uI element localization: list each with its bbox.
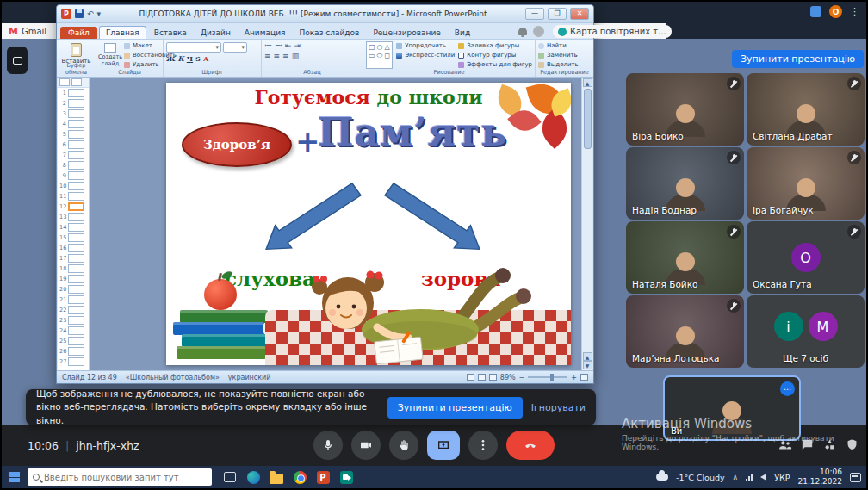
slide-thumbnail[interactable]: 23	[58, 315, 89, 326]
paste-button[interactable]: Вставить	[59, 41, 93, 65]
sorter-view-icon[interactable]	[478, 374, 486, 381]
weather-text[interactable]: -1°C Cloudy	[676, 473, 725, 482]
tab-home[interactable]: Главная	[99, 26, 146, 39]
taskbar-clock[interactable]: 10:06 21.12.2022	[797, 468, 842, 487]
slide-thumbnail[interactable]: 18	[58, 264, 89, 274]
align-right-button[interactable]: ≡	[282, 52, 289, 60]
slide-thumbnail[interactable]: 27	[58, 357, 89, 367]
strike-button[interactable]: S	[195, 54, 201, 63]
participant-tile[interactable]: Мар’яна Лотоцька	[626, 295, 744, 368]
slide-thumbnail[interactable]: 17	[58, 253, 89, 264]
taskbar-search[interactable]	[28, 468, 212, 486]
zoom-in-icon[interactable]: +	[571, 374, 577, 381]
tab-design[interactable]: Дизайн	[195, 27, 237, 39]
shape-effects-button[interactable]: Эффекты для фигур	[458, 60, 532, 70]
slide-thumbnail[interactable]: 3	[58, 109, 89, 119]
participant-tile[interactable]: Віра Бойко	[626, 73, 744, 146]
minimize-button[interactable]: —	[525, 8, 544, 20]
volume-icon[interactable]	[760, 474, 766, 481]
presenting-button[interactable]	[427, 431, 460, 460]
slide-thumbnail[interactable]: 19	[58, 274, 89, 284]
select-button[interactable]: Выделить	[538, 60, 591, 70]
microphone-button[interactable]	[313, 431, 343, 460]
slide-thumbnail[interactable]: 11	[58, 191, 89, 202]
scroll-up-icon[interactable]: ▲	[583, 78, 592, 87]
tray-expand-icon[interactable]: ∧	[733, 473, 739, 481]
maximize-button[interactable]: ❐	[548, 8, 567, 20]
undo-icon[interactable]: ↶	[87, 9, 94, 18]
start-button[interactable]	[2, 466, 28, 488]
more-options-button[interactable]	[468, 431, 498, 460]
bookmark-gmail[interactable]: Gmail	[22, 27, 46, 36]
normal-view-icon[interactable]	[467, 374, 474, 381]
more-participants-tile[interactable]: і М Ще 7 осіб	[747, 295, 865, 368]
bold-button[interactable]: Ж	[166, 54, 176, 63]
shape-fill-button[interactable]: Заливка фигуры	[458, 41, 532, 51]
find-button[interactable]: Найти	[538, 41, 591, 51]
edge-icon[interactable]	[245, 469, 261, 485]
outline-tab[interactable]	[71, 78, 82, 86]
bullets-button[interactable]: ≔	[264, 41, 272, 50]
chrome-icon[interactable]	[292, 469, 307, 485]
tab-insert[interactable]: Вставка	[148, 27, 193, 39]
prev-slide-icon[interactable]: ▲	[583, 352, 592, 361]
slide-thumbnail[interactable]: 5	[58, 129, 89, 140]
scrollbar-thumb[interactable]	[584, 89, 592, 149]
shapes-gallery[interactable]: □○△▽◇☆⇨▭⬭◻○△◇	[366, 41, 393, 69]
zoom-out-icon[interactable]: −	[519, 374, 525, 381]
tab-animation[interactable]: Анимация	[239, 27, 292, 39]
ppt-title-bar[interactable]: P ↶ ▾ ПІДГОТОВКА ДІТЕЙ ДО ШКОЛИ ВЕБ..!!!…	[57, 5, 593, 23]
close-button[interactable]: ✕	[570, 8, 589, 20]
browser-menu-icon[interactable]: ⋮	[850, 6, 859, 17]
slide-thumbnail[interactable]: 13	[58, 212, 89, 222]
search-input[interactable]	[44, 473, 190, 482]
chat-icon[interactable]	[800, 437, 815, 452]
extension-icon[interactable]	[810, 6, 822, 17]
participant-tile[interactable]: Світлана Драбат	[747, 73, 865, 146]
slide-editor[interactable]: Готуємося до школи Здоров’я + Пам’ять сл…	[90, 78, 582, 370]
camera-button[interactable]	[351, 431, 381, 460]
columns-button[interactable]: ▥	[292, 52, 300, 60]
self-view-tile[interactable]: Ви ⋯	[663, 375, 801, 441]
slide-thumbnail[interactable]: 8	[58, 160, 89, 171]
quick-styles-button[interactable]: Экспресс-стили	[396, 51, 455, 60]
align-left-button[interactable]: ≡	[264, 52, 271, 60]
profile-avatar[interactable]: О	[829, 5, 842, 18]
slide-thumbnail[interactable]: 15	[58, 233, 89, 243]
activities-icon[interactable]	[822, 437, 837, 452]
participant-tile[interactable]: Надія Боднар	[626, 147, 744, 220]
floating-toolbar[interactable]	[7, 47, 28, 74]
participant-tile[interactable]: Іра Богайчук	[747, 147, 865, 220]
font-size-combo[interactable]: ▾	[223, 42, 247, 53]
slide-thumbnail[interactable]: 22	[58, 305, 89, 315]
slide-thumbnail[interactable]: 21	[58, 295, 89, 305]
slide-thumbnail[interactable]: 6	[58, 140, 89, 150]
account-avatar[interactable]	[533, 26, 544, 37]
tab-review[interactable]: Рецензирование	[367, 27, 446, 39]
replace-button[interactable]: Заменить	[538, 51, 591, 60]
slide-canvas[interactable]: Готуємося до школи Здоров’я + Пам’ять сл…	[166, 83, 571, 365]
host-controls-icon[interactable]	[845, 437, 859, 452]
zoom-slider[interactable]	[528, 376, 567, 378]
arrange-button[interactable]: Упорядочить	[396, 41, 455, 51]
font-color-button[interactable]: А	[203, 54, 209, 63]
align-center-button[interactable]: ≡	[274, 52, 281, 60]
indent-left-button[interactable]: ⇤	[285, 41, 292, 50]
stop-presentation-button[interactable]: Зупинити презентацію	[732, 50, 864, 68]
slide-thumbnail[interactable]: 1	[58, 88, 89, 98]
notification-bell-icon[interactable]	[518, 28, 527, 35]
participant-tile[interactable]: О Оксана Гута	[747, 221, 865, 294]
slide-thumbnail[interactable]: 20	[58, 284, 89, 295]
health-oval-shape[interactable]: Здоров’я	[182, 122, 292, 167]
slide-thumbnail[interactable]: 26	[58, 346, 89, 357]
slide-thumbnail[interactable]: 7	[58, 150, 89, 160]
slide-thumbnail[interactable]: 24	[58, 326, 89, 336]
qat-dropdown-icon[interactable]: ▾	[97, 9, 102, 18]
powerpoint-window[interactable]: P ↶ ▾ ПІДГОТОВКА ДІТЕЙ ДО ШКОЛИ ВЕБ..!!!…	[56, 4, 594, 384]
slide-thumbnail[interactable]: 16	[58, 243, 89, 253]
slide-thumbnail[interactable]: 14	[58, 222, 89, 233]
file-explorer-icon[interactable]	[269, 469, 284, 485]
italic-button[interactable]: К	[178, 54, 184, 63]
slide-thumbnail[interactable]: 2	[58, 98, 89, 109]
end-call-button[interactable]	[506, 431, 555, 460]
